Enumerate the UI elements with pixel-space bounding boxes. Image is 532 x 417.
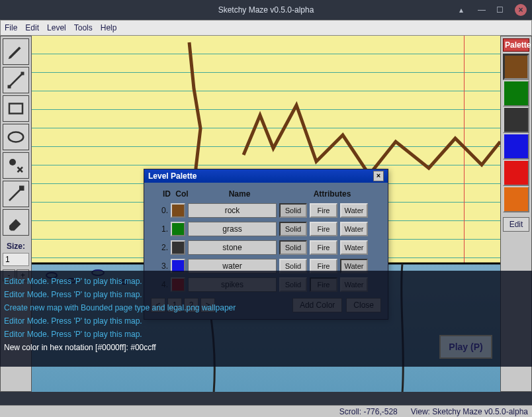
row-id: 3. (148, 261, 168, 271)
console-line: Create new map with Bounded page type an… (4, 301, 528, 314)
dialog-close-icon[interactable]: × (373, 171, 384, 181)
status-view: View: Sketchy Maze v0.5.0-alpha (411, 407, 528, 416)
window-ontop-icon[interactable]: ▴ (459, 5, 468, 15)
window-close-icon[interactable]: × (515, 4, 527, 16)
palette-swatch-4[interactable] (503, 160, 529, 186)
tool-line[interactable] (3, 67, 29, 93)
palette-row: 2.stoneSolidFireWater (148, 238, 384, 257)
svg-rect-8 (21, 72, 24, 75)
attr-water-button[interactable]: Water (340, 203, 368, 218)
row-id: 0. (148, 206, 168, 215)
console-line: Editor Mode. Press 'P' to play this map. (4, 275, 528, 288)
menu-level[interactable]: Level (47, 23, 66, 32)
attr-solid-button[interactable]: Solid (279, 222, 307, 236)
attr-water-button[interactable]: Water (340, 240, 368, 255)
attr-fire-button[interactable]: Fire (310, 222, 337, 236)
palette-swatch-3[interactable] (503, 133, 529, 160)
tool-eraser[interactable] (3, 209, 29, 236)
palette-edit-button[interactable]: Edit (503, 217, 529, 232)
palette-row: 0.rockSolidFireWater (148, 201, 384, 220)
brush-size-label: Size: (3, 242, 29, 251)
attr-solid-button[interactable]: Solid (279, 240, 307, 255)
row-name-input[interactable]: grass (188, 222, 277, 236)
menu-file[interactable]: File (5, 23, 17, 32)
menu-help[interactable]: Help (101, 23, 117, 32)
brush-size-input[interactable] (3, 253, 29, 266)
row-id: 2. (148, 243, 168, 252)
row-name-input[interactable]: stone (188, 240, 277, 255)
svg-point-10 (9, 132, 24, 142)
palette-swatch-5[interactable] (503, 186, 529, 212)
tool-ellipse[interactable] (3, 124, 29, 150)
console-line: Editor Mode. Press 'P' to play this map. (4, 288, 528, 301)
tool-link[interactable] (3, 181, 29, 207)
tool-pencil[interactable] (3, 38, 29, 65)
row-name-input[interactable]: rock (188, 203, 277, 218)
svg-rect-7 (8, 85, 11, 89)
attr-solid-button[interactable]: Solid (279, 203, 307, 218)
row-id: 1. (148, 224, 168, 234)
attr-water-button[interactable]: Water (340, 222, 368, 236)
window-title: Sketchy Maze v0.5.0-alpha (218, 5, 314, 15)
status-scroll: Scroll: -776,-528 (339, 407, 398, 416)
menu-tools[interactable]: Tools (74, 23, 93, 32)
window-minimize-icon[interactable]: — (478, 5, 487, 15)
attr-fire-button[interactable]: Fire (310, 203, 337, 218)
console-line: Editor Mode. Press 'P' to play this map. (4, 314, 528, 328)
svg-point-11 (9, 159, 16, 165)
titlebar: Sketchy Maze v0.5.0-alpha ▴ — ☐ × (0, 0, 532, 20)
statusbar: Scroll: -776,-528 View: Sketchy Maze v0.… (0, 392, 532, 417)
tool-actor[interactable] (3, 152, 29, 179)
play-button[interactable]: Play (P) (439, 335, 492, 359)
dialog-title[interactable]: Level Palette × (144, 169, 388, 183)
row-color-swatch[interactable] (171, 240, 185, 255)
menu-edit[interactable]: Edit (25, 23, 39, 32)
row-color-swatch[interactable] (171, 203, 185, 218)
dialog-header-row: ID Col Name Attributes (148, 187, 384, 201)
svg-line-6 (9, 73, 22, 87)
palette-swatch-0[interactable] (503, 54, 529, 80)
svg-rect-12 (19, 186, 24, 191)
svg-rect-9 (9, 104, 22, 114)
attr-fire-button[interactable]: Fire (310, 240, 337, 255)
tool-rect[interactable] (3, 95, 29, 122)
window-maximize-icon[interactable]: ☐ (496, 5, 506, 15)
palette-header: Palette (503, 38, 529, 52)
palette-row: 1.grassSolidFireWater (148, 220, 384, 238)
palette-swatch-2[interactable] (503, 107, 529, 133)
row-color-swatch[interactable] (171, 222, 185, 236)
palette-swatch-1[interactable] (503, 80, 529, 107)
menubar: File Edit Level Tools Help (0, 20, 532, 36)
